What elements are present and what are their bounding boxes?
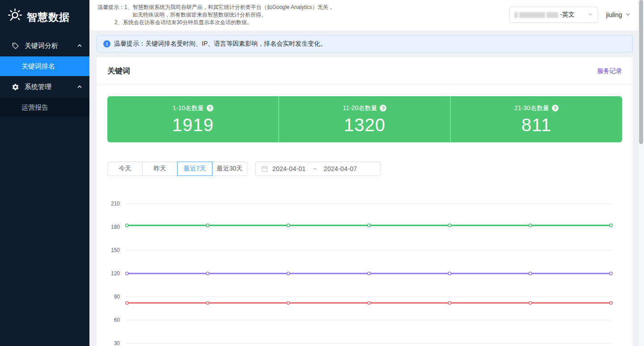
redacted-site-name: [514, 12, 558, 18]
info-alert: i 温馨提示：关键词排名受时间、IP、语言等因素影响，排名会实时发生变化。: [97, 35, 633, 52]
chevron-up-icon: [77, 43, 82, 48]
stat-rank-21-30: 21-30名数量 ? 811: [450, 96, 622, 142]
svg-text:60: 60: [114, 317, 120, 323]
content-area: i 温馨提示：关键词排名受时间、IP、语言等因素影响，排名会实时发生变化。 关键…: [89, 30, 644, 346]
svg-text:150: 150: [111, 247, 120, 253]
stat-label: 11-20名数量: [343, 104, 377, 112]
svg-text:120: 120: [111, 270, 120, 277]
keyword-card-header: 关键词 服务记录: [97, 57, 633, 85]
logo-sun-magnifier-icon: [6, 8, 22, 26]
page-scrollbar[interactable]: [638, 0, 644, 346]
chevron-up-icon: [77, 84, 82, 90]
date-range-button-group: 今天 昨天 最近7天 最近30天: [107, 162, 247, 176]
info-icon: i: [103, 40, 110, 47]
filter-last7days-button[interactable]: 最近7天: [177, 162, 212, 176]
app-title: 智慧数据: [27, 10, 70, 24]
keyword-card: 关键词 服务记录 1-10名数量 ? 1919 11-20名数量: [97, 57, 633, 346]
rank-stats-banner: 1-10名数量 ? 1919 11-20名数量 ? 1320: [107, 96, 622, 142]
sidebar-item-label: 系统管理: [25, 83, 72, 91]
svg-text:210: 210: [111, 201, 120, 207]
disclaimer-line-2: 如无特殊说明，所有数据皆来自智慧数据统计分析所得。: [97, 11, 334, 19]
site-select-suffix: -英文: [560, 11, 575, 19]
gear-icon: [12, 83, 19, 91]
stat-rank-11-20: 11-20名数量 ? 1320: [279, 96, 450, 142]
app-logo: 智慧数据: [0, 0, 89, 35]
date-separator: ~: [310, 165, 319, 172]
service-record-link[interactable]: 服务记录: [597, 67, 622, 75]
keyword-rank-line-chart[interactable]: 210180150120906030: [97, 198, 633, 346]
filter-today-button[interactable]: 今天: [107, 162, 143, 176]
top-header: 温馨提示：1、智慧数据系统为我司自研产品，和其它统计分析类平台（如Google …: [89, 0, 644, 30]
stat-label: 21-30名数量: [514, 104, 549, 112]
filter-yesterday-button[interactable]: 昨天: [142, 162, 178, 176]
header-right: -英文 jiuling: [509, 7, 631, 23]
username: jiuling: [606, 11, 622, 18]
date-start-value: 2024-04-01: [272, 165, 306, 172]
sidebar-item-keyword-analysis[interactable]: 关键词分析: [0, 35, 89, 56]
sidebar-item-operation-report[interactable]: 运营报告: [0, 98, 89, 117]
sidebar-item-keyword-ranking[interactable]: 关键词排名: [0, 56, 89, 76]
date-end-value: 2024-04-07: [324, 165, 357, 172]
alert-text: 温馨提示：关键词排名受时间、IP、语言等因素影响，排名会实时发生变化。: [114, 40, 326, 48]
stat-value: 1919: [172, 115, 214, 135]
stat-label: 1-10名数量: [173, 104, 204, 112]
site-select[interactable]: -英文: [509, 7, 598, 23]
page-title: 关键词: [107, 66, 130, 76]
help-icon[interactable]: ?: [552, 105, 559, 111]
tag-icon: [12, 42, 19, 50]
header-disclaimer: 温馨提示：1、智慧数据系统为我司自研产品，和其它统计分析类平台（如Google …: [97, 4, 334, 26]
svg-text:30: 30: [114, 340, 120, 346]
sidebar: 智慧数据 关键词分析 关键词排名: [0, 0, 89, 346]
chevron-down-icon: [625, 11, 631, 18]
date-range-picker[interactable]: 2024-04-01 ~ 2024-04-07: [255, 162, 381, 176]
app-window: 智慧数据 关键词分析 关键词排名: [0, 0, 644, 346]
sidebar-nav: 关键词分析 关键词排名 系统管理 运营报告: [0, 35, 89, 117]
sidebar-item-system-management[interactable]: 系统管理: [0, 76, 89, 98]
svg-text:90: 90: [114, 294, 120, 300]
disclaimer-line-3: 2、系统会在访客会话结束30分钟后显示本次会话的数据。: [97, 19, 334, 26]
chevron-down-icon: [588, 11, 593, 18]
user-menu[interactable]: jiuling: [606, 11, 631, 18]
stat-value: 1320: [344, 115, 386, 135]
stat-rank-1-10: 1-10名数量 ? 1919: [107, 96, 279, 142]
date-filters: 今天 昨天 最近7天 最近30天: [107, 162, 622, 176]
chart-canvas: 210180150120906030: [97, 198, 633, 346]
stat-value: 811: [521, 115, 551, 135]
help-icon[interactable]: ?: [207, 105, 213, 111]
main-area: 温馨提示：1、智慧数据系统为我司自研产品，和其它统计分析类平台（如Google …: [89, 0, 644, 346]
help-icon[interactable]: ?: [380, 105, 386, 111]
sidebar-item-label: 关键词分析: [25, 42, 72, 50]
disclaimer-line-1: 温馨提示：1、智慧数据系统为我司自研产品，和其它统计分析类平台（如Google …: [97, 4, 334, 11]
filter-last30days-button[interactable]: 最近30天: [212, 162, 247, 176]
calendar-icon: [261, 166, 268, 172]
svg-text:180: 180: [111, 224, 120, 230]
scrollbar-thumb[interactable]: [639, 0, 643, 144]
